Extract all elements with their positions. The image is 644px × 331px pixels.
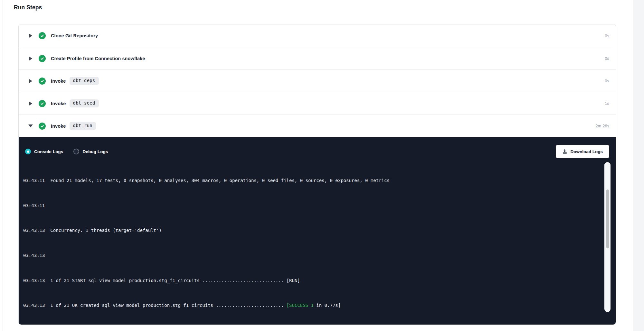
step-duration: 0s (605, 78, 609, 83)
chevron-icon (29, 102, 32, 106)
log-line: 03:43:11Found 21 models, 17 tests, 0 sna… (23, 178, 601, 184)
log-body: 03:43:11Found 21 models, 17 tests, 0 sna… (23, 161, 601, 319)
log-status-rest: [RUN] (287, 278, 300, 283)
log-text: 1 of 21 START sql view model production.… (50, 278, 286, 283)
chevron-icon (29, 79, 32, 83)
log-line: 03:43:13Concurrency: 1 threads (target='… (23, 227, 601, 234)
console-log-panel: Console Logs Debug Logs Download Logs (19, 137, 616, 325)
step-label: Clone Git Repository (51, 33, 98, 38)
log-text: Found 21 models, 17 tests, 0 snapshots, … (50, 178, 390, 183)
step-row[interactable]: Create Profile from Connection snowflake… (19, 47, 616, 69)
step-label: Create Profile from Connection snowflake (51, 56, 145, 61)
chevron-box (28, 56, 33, 61)
success-check-icon (39, 78, 46, 85)
run-steps-card: Clone Git Repository 0s Create Profile f… (18, 24, 616, 325)
download-logs-button[interactable]: Download Logs (556, 145, 610, 158)
chevron-box (28, 101, 33, 106)
log-line: 03:43:131 of 21 START sql view model pro… (23, 278, 601, 284)
log-panel-header: Console Logs Debug Logs Download Logs (25, 145, 609, 158)
step-duration: 2m 26s (595, 124, 609, 128)
right-page-gutter (633, 0, 644, 331)
step-row[interactable]: Invoke dbt run 2m 26s (19, 115, 616, 137)
log-status-rest: in 0.77s] (314, 303, 341, 308)
log-line: 03:43:11 (23, 203, 601, 209)
log-text: 1 of 21 OK created sql view model produc… (50, 303, 286, 308)
success-check-icon (39, 123, 46, 130)
success-check-icon (39, 55, 46, 62)
log-line: 03:43:131 of 21 OK created sql view mode… (23, 302, 601, 308)
log-line: 03:43:13 (23, 253, 601, 259)
log-timestamp: 03:43:13 (23, 228, 45, 233)
step-duration: 1s (605, 101, 609, 106)
step-label: Invoke (51, 124, 66, 129)
chevron-icon (28, 124, 33, 127)
page-title: Run Steps (14, 4, 42, 11)
log-scrollbar-track[interactable] (604, 162, 611, 312)
log-timestamp: 03:43:13 (23, 303, 45, 308)
step-duration: 0s (605, 56, 609, 61)
step-label: Invoke (51, 78, 66, 84)
chevron-box (28, 79, 33, 83)
step-label: Invoke (51, 101, 66, 106)
left-page-divider (3, 0, 3, 331)
chevron-box (28, 124, 33, 128)
log-timestamp: 03:43:13 (23, 278, 45, 283)
step-command-badge: dbt deps (70, 77, 99, 85)
step-row[interactable]: Clone Git Repository 0s (19, 24, 616, 47)
log-scrollbar-thumb[interactable] (606, 189, 609, 248)
radio-icon (73, 149, 79, 154)
log-tab-label: Console Logs (34, 149, 63, 154)
success-check-icon (39, 32, 46, 39)
chevron-box (28, 33, 33, 38)
success-check-icon (39, 100, 46, 107)
radio-icon (25, 149, 31, 154)
step-row[interactable]: Invoke dbt deps 0s (19, 69, 616, 92)
log-text: Concurrency: 1 threads (target='default'… (50, 228, 162, 233)
step-duration: 0s (605, 33, 609, 38)
step-command-badge: dbt run (70, 122, 96, 130)
log-timestamp: 03:43:11 (23, 203, 45, 208)
step-row[interactable]: Invoke dbt seed 1s (19, 92, 616, 115)
step-command-badge: dbt seed (70, 99, 99, 107)
download-icon (562, 149, 567, 154)
log-tab-label: Debug Logs (82, 149, 108, 154)
chevron-icon (29, 34, 32, 38)
log-viewport[interactable]: 03:43:11Found 21 models, 17 tests, 0 sna… (23, 161, 601, 319)
log-timestamp: 03:43:11 (23, 178, 45, 183)
log-tab[interactable]: Debug Logs (73, 149, 108, 154)
log-status-success: [SUCCESS 1 (287, 303, 314, 308)
log-timestamp: 03:43:13 (23, 253, 45, 258)
chevron-icon (29, 57, 32, 60)
log-tab[interactable]: Console Logs (25, 149, 63, 154)
download-logs-label: Download Logs (571, 149, 603, 154)
